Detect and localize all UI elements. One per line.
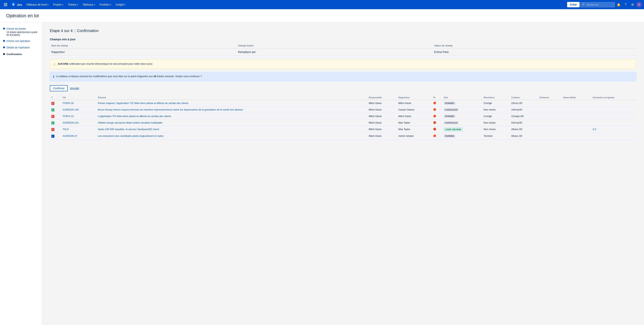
issue-summary[interactable]: Boron Kinsey francs-maçons femmes de cha…	[96, 107, 367, 113]
issue-version: 2.0	[591, 126, 636, 133]
nav-projets[interactable]: Projets ▾	[51, 0, 65, 9]
issue-key[interactable]: TIS-9	[61, 126, 96, 133]
svg-rect-5	[6, 4, 7, 5]
sidebar-item-label[interactable]: Choisir les tickets	[6, 27, 39, 31]
nav-portfolio[interactable]: Portfolio ▾	[98, 0, 113, 9]
issue-creation: 03/mai/20	[510, 120, 538, 126]
issue-summary[interactable]: Après 100 000 requêtes, le serveur SeeSp…	[96, 126, 367, 133]
nav-tableaux-de-bord[interactable]: Tableaux de bord ▾	[24, 0, 50, 9]
issue-version	[591, 133, 636, 139]
issue-etat: CODE REVIEW	[442, 126, 482, 133]
issue-resolution: Non résolu	[482, 126, 510, 133]
help-button[interactable]: ?	[622, 2, 629, 8]
page-body: Choisir les tickets 16 tickets sélection…	[0, 23, 644, 325]
issue-key[interactable]: ITOPS-10	[61, 113, 96, 120]
col-header-action: Champ Action	[236, 43, 432, 48]
issue-type: ✕	[50, 100, 61, 107]
sidebar-item-label: Confirmation	[6, 53, 22, 56]
issue-summary[interactable]: Les extractions des cannibales plods eng…	[96, 133, 367, 139]
svg-rect-0	[4, 3, 5, 4]
fields-table: Nom du champ Champ Action Valeur du cham…	[50, 43, 636, 56]
user-avatar[interactable]: U	[636, 2, 642, 7]
issue-valeur	[562, 133, 591, 139]
issue-priority	[432, 100, 442, 107]
settings-button[interactable]: ⚙	[630, 2, 636, 8]
sidebar-item-confirmation: Confirmation	[3, 53, 39, 56]
svg-rect-6	[4, 5, 5, 6]
issue-key[interactable]: ACMOON-27	[61, 133, 96, 139]
issue-echeance	[538, 133, 562, 139]
issue-responsable: Mitch Davis	[367, 126, 397, 133]
issue-valeur	[562, 126, 591, 133]
sidebar-item-details[interactable]: Détails de l'opération	[3, 46, 39, 49]
info-icon: ℹ	[53, 75, 54, 79]
col-version: Version(s) corrigée(s)	[591, 95, 636, 100]
jira-logo[interactable]: Jira	[10, 2, 24, 7]
topnav: Jira Tableaux de bord ▾ Projets ▾ Ticket…	[0, 0, 644, 9]
col-rapporteur: Rapporteur	[397, 95, 432, 100]
alert-info-text: Le tableau ci-dessus résume les modifica…	[56, 75, 202, 78]
issue-rapporteur: Max Taylor	[397, 120, 432, 126]
svg-rect-2	[6, 3, 7, 4]
table-row: ✕ ITOPS-10 L'application TIS Web-store p…	[50, 113, 636, 120]
sidebar-item-choisir-operation[interactable]: Choisir une opération	[3, 39, 39, 43]
issue-valeur	[562, 107, 591, 113]
col-creation: Création	[510, 95, 538, 100]
sidebar-item-sub: 16 tickets sélectionnés à partir de 4 pr…	[6, 31, 39, 36]
svg-rect-7	[5, 5, 6, 6]
col-resolution: Résolution	[482, 95, 510, 100]
confirm-button[interactable]: Confirmer	[50, 85, 68, 91]
issue-valeur	[562, 120, 591, 126]
notifications-button[interactable]: 🔔	[616, 2, 622, 8]
table-row: ▲ ACMOON-101 Gillette charge sarcasme ti…	[50, 120, 636, 126]
nav-tableaux[interactable]: Tableaux ▾	[81, 0, 97, 9]
issue-type: ▲	[50, 120, 61, 126]
issue-key[interactable]: ACMOON-145	[61, 107, 96, 113]
col-etat: Etat	[442, 95, 482, 100]
field-value: Emma Paris	[432, 48, 636, 56]
issue-echeance	[538, 107, 562, 113]
sidebar-dot	[3, 28, 5, 30]
fields-row: Rapporteur Remplacer par Emma Paris	[50, 48, 636, 56]
issue-rapporteur: Admin Istrator	[397, 133, 432, 139]
issue-resolution: Terminé	[482, 133, 510, 139]
issue-priority	[432, 107, 442, 113]
nav-tickets[interactable]: Tickets ▾	[66, 0, 80, 9]
issue-etat: FERMÉE	[442, 100, 482, 107]
sidebar-item-choisir-tickets[interactable]: Choisir les tickets 16 tickets sélection…	[3, 27, 39, 36]
issue-version	[591, 120, 636, 126]
issue-responsable: Mitch Davis	[367, 120, 397, 126]
issue-key[interactable]: ACMOON-101	[61, 120, 96, 126]
search-bar[interactable]: 🔍 Recherche	[580, 2, 615, 7]
page-header: Opération en lot	[0, 9, 644, 23]
chevron-down-icon: ▾	[110, 4, 111, 6]
sidebar-dot	[3, 40, 5, 42]
jira-logo-text: Jira	[17, 3, 22, 6]
action-buttons: Confirmer Annuler	[50, 85, 636, 91]
sidebar-dot	[3, 47, 5, 48]
apps-menu-button[interactable]	[2, 2, 9, 7]
issue-valeur	[562, 100, 591, 107]
nav-insight[interactable]: Insight ▾	[114, 0, 127, 9]
cancel-button[interactable]: Annuler	[70, 87, 79, 90]
issue-key[interactable]: ITOPS-18	[61, 100, 96, 107]
issue-priority	[432, 113, 442, 120]
sidebar-item-label[interactable]: Choisir une opération	[6, 39, 30, 43]
alert-info: ℹ Le tableau ci-dessus résume les modifi…	[50, 72, 636, 81]
svg-rect-4	[5, 4, 6, 5]
page-title: Opération en lot	[6, 13, 638, 19]
issue-valeur	[562, 113, 591, 120]
sidebar-item-label[interactable]: Détails de l'opération	[6, 46, 30, 49]
issue-summary[interactable]: Panne majeure: l'application TIS Web-sto…	[96, 100, 367, 107]
create-button[interactable]: Créer	[567, 2, 580, 7]
issue-summary[interactable]: L'application TIS Web-store plante et af…	[96, 113, 367, 120]
issue-echeance	[538, 120, 562, 126]
field-action: Remplacer par	[236, 48, 432, 56]
col-responsable: Responsable	[367, 95, 397, 100]
issue-priority	[432, 126, 442, 133]
issue-echeance	[538, 100, 562, 107]
sidebar: Choisir les tickets 16 tickets sélection…	[0, 23, 42, 325]
issue-summary[interactable]: Gillette charge sarcasme tibiae ardent v…	[96, 120, 367, 126]
table-row: ✕ TIS-9 Après 100 000 requêtes, le serve…	[50, 126, 636, 133]
issue-resolution: Corrigé	[482, 113, 510, 120]
